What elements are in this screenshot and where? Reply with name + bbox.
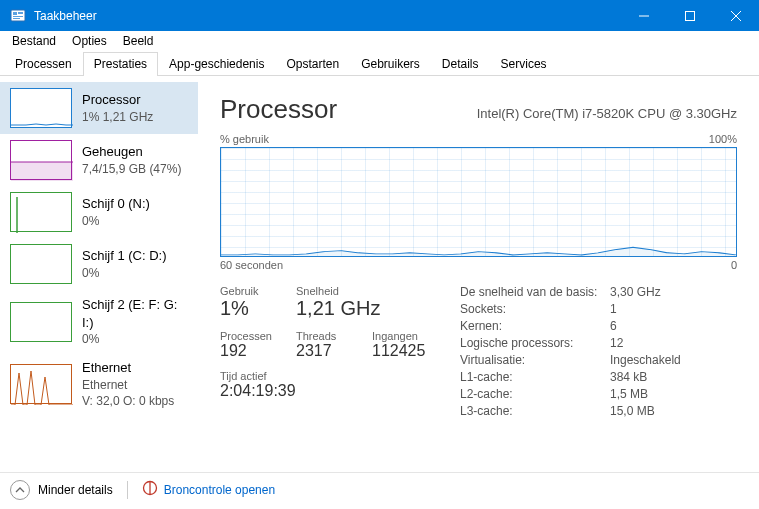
stat-value: 15,0 MB xyxy=(610,404,737,418)
svg-rect-1 xyxy=(13,12,17,15)
stat-value: 12 xyxy=(610,336,737,350)
tabbar: Processen Prestaties App-geschiedenis Op… xyxy=(0,51,759,76)
chart-label-top-right: 100% xyxy=(709,133,737,145)
sidebar-item-value: 0% xyxy=(82,213,150,229)
chevron-up-icon xyxy=(10,480,30,500)
close-button[interactable] xyxy=(713,0,759,31)
value-processes: 192 xyxy=(220,342,278,360)
footer: Minder details Broncontrole openen xyxy=(0,472,759,506)
stat-label: Sockets: xyxy=(460,302,610,316)
fewer-details-label: Minder details xyxy=(38,483,113,497)
label-usage: Gebruik xyxy=(220,285,278,297)
cpu-chart[interactable] xyxy=(220,147,737,257)
main-panel: Processor Intel(R) Core(TM) i7-5820K CPU… xyxy=(198,76,759,472)
window-title: Taakbeheer xyxy=(34,9,621,23)
svg-rect-0 xyxy=(11,10,25,21)
tab-performance[interactable]: Prestaties xyxy=(83,52,158,76)
stat-label: L1-cache: xyxy=(460,370,610,384)
tab-startup[interactable]: Opstarten xyxy=(275,52,350,76)
stat-value: 1,5 MB xyxy=(610,387,737,401)
label-speed: Snelheid xyxy=(296,285,354,297)
sidebar-item-5[interactable]: EthernetEthernetV: 32,0 O: 0 kbps xyxy=(0,353,198,415)
page-title: Processor xyxy=(220,94,337,125)
value-usage: 1% xyxy=(220,297,278,320)
fewer-details-button[interactable]: Minder details xyxy=(10,480,113,500)
svg-rect-3 xyxy=(13,16,23,17)
menu-file[interactable]: Bestand xyxy=(4,32,64,50)
value-threads: 2317 xyxy=(296,342,354,360)
menu-view[interactable]: Beeld xyxy=(115,32,162,50)
sidebar: Processor1% 1,21 GHzGeheugen7,4/15,9 GB … xyxy=(0,76,198,472)
open-resource-monitor-link[interactable]: Broncontrole openen xyxy=(142,480,275,499)
titlebar: Taakbeheer xyxy=(0,0,759,31)
stat-label: De snelheid van de basis: xyxy=(460,285,610,299)
sidebar-item-value: 0% xyxy=(82,265,167,281)
sidebar-item-value: 7,4/15,9 GB (47%) xyxy=(82,161,181,177)
tab-processes[interactable]: Processen xyxy=(4,52,83,76)
stat-value: Ingeschakeld xyxy=(610,353,737,367)
divider xyxy=(127,481,128,499)
resmon-icon xyxy=(142,480,158,499)
minimize-button[interactable] xyxy=(621,0,667,31)
sidebar-item-1[interactable]: Geheugen7,4/15,9 GB (47%) xyxy=(0,134,198,186)
sidebar-item-value: 1% 1,21 GHz xyxy=(82,109,153,125)
sidebar-thumb xyxy=(10,140,72,180)
stat-label: L3-cache: xyxy=(460,404,610,418)
stat-value: 6 xyxy=(610,319,737,333)
label-uptime: Tijd actief xyxy=(220,370,278,382)
svg-rect-6 xyxy=(686,11,695,20)
svg-rect-4 xyxy=(13,18,20,19)
resmon-label: Broncontrole openen xyxy=(164,483,275,497)
tab-users[interactable]: Gebruikers xyxy=(350,52,431,76)
label-handles: Ingangen xyxy=(372,330,430,342)
stat-value: 384 kB xyxy=(610,370,737,384)
sidebar-item-label: Schijf 1 (C: D:) xyxy=(82,247,167,265)
sidebar-thumb xyxy=(10,88,72,128)
maximize-button[interactable] xyxy=(667,0,713,31)
cpu-model: Intel(R) Core(TM) i7-5820K CPU @ 3.30GHz xyxy=(477,106,737,121)
sidebar-item-label: Processor xyxy=(82,91,153,109)
sidebar-item-0[interactable]: Processor1% 1,21 GHz xyxy=(0,82,198,134)
label-processes: Processen xyxy=(220,330,278,342)
chart-label-bottom-right: 0 xyxy=(731,259,737,271)
sidebar-thumb xyxy=(10,302,72,342)
sidebar-thumb xyxy=(10,244,72,284)
chart-area: % gebruik 100% 60 seconden 0 xyxy=(220,133,737,271)
stat-value: 1 xyxy=(610,302,737,316)
stat-label: Logische processors: xyxy=(460,336,610,350)
svg-rect-2 xyxy=(18,12,23,14)
stat-label: Virtualisatie: xyxy=(460,353,610,367)
menu-options[interactable]: Opties xyxy=(64,32,115,50)
sidebar-item-3[interactable]: Schijf 1 (C: D:)0% xyxy=(0,238,198,290)
chart-label-top-left: % gebruik xyxy=(220,133,269,145)
stat-value: 3,30 GHz xyxy=(610,285,737,299)
app-icon xyxy=(10,8,26,24)
tab-app-history[interactable]: App-geschiedenis xyxy=(158,52,275,76)
stat-label: L2-cache: xyxy=(460,387,610,401)
sidebar-item-4[interactable]: Schijf 2 (E: F: G: I:)0% xyxy=(0,290,198,353)
stat-label: Kernen: xyxy=(460,319,610,333)
value-speed: 1,21 GHz xyxy=(296,297,380,320)
value-uptime: 2:04:19:39 xyxy=(220,382,296,400)
sidebar-item-label: Schijf 0 (N:) xyxy=(82,195,150,213)
tab-details[interactable]: Details xyxy=(431,52,490,76)
sidebar-thumb xyxy=(10,364,72,404)
sidebar-item-label: Schijf 2 (E: F: G: I:) xyxy=(82,296,190,331)
value-handles: 112425 xyxy=(372,342,430,360)
sidebar-item-label: Ethernet xyxy=(82,359,174,377)
label-threads: Threads xyxy=(296,330,354,342)
menubar: Bestand Opties Beeld xyxy=(0,31,759,51)
sidebar-item-label: Geheugen xyxy=(82,143,181,161)
chart-label-bottom-left: 60 seconden xyxy=(220,259,283,271)
sidebar-item-2[interactable]: Schijf 0 (N:)0% xyxy=(0,186,198,238)
tab-services[interactable]: Services xyxy=(490,52,558,76)
svg-rect-9 xyxy=(11,162,73,181)
sidebar-item-value: V: 32,0 O: 0 kbps xyxy=(82,393,174,409)
sidebar-thumb xyxy=(10,192,72,232)
sidebar-item-value: 0% xyxy=(82,331,190,347)
